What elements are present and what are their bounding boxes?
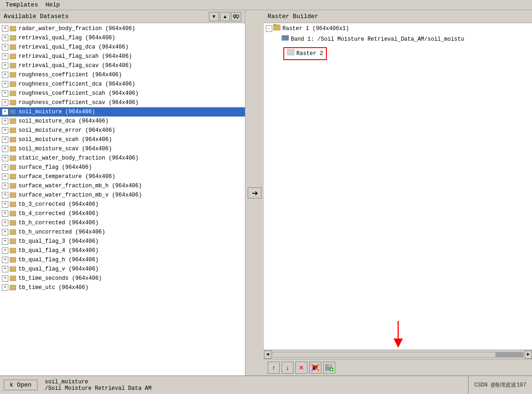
expand-icon[interactable]: + [2, 275, 8, 282]
expand-icon[interactable]: + [2, 284, 8, 291]
dataset-item[interactable]: + tb_h_corrected (964x406) [0, 218, 245, 228]
delete-button[interactable]: ✕ [295, 362, 307, 374]
dataset-label: soil_moisture_scah (964x406) [19, 135, 112, 144]
dataset-item[interactable]: + tb_time_utc (964x406) [0, 283, 245, 292]
dataset-item[interactable]: + roughness_coefficient_dca (964x406) [0, 80, 245, 89]
svg-rect-110 [10, 220, 16, 225]
expand-icon[interactable]: + [2, 72, 8, 78]
expand-icon[interactable]: + [2, 109, 8, 115]
expand-icon[interactable]: + [2, 210, 8, 217]
dataset-label: roughness_coefficient_scav (964x406) [19, 98, 138, 107]
expand-icon[interactable]: + [2, 35, 8, 41]
expand-icon[interactable]: + [2, 127, 8, 134]
dataset-item[interactable]: + roughness_coefficient_scav (964x406) [0, 98, 245, 107]
menu-help[interactable]: Help [42, 0, 63, 9]
expand-icon[interactable]: + [2, 25, 8, 32]
expand-icon[interactable]: + [2, 173, 8, 180]
dataset-item[interactable]: + roughness_coefficient (964x406) [0, 70, 245, 80]
expand-icon[interactable]: + [2, 220, 8, 226]
move-down-button[interactable]: ↓ [282, 362, 294, 374]
red-arrow-annotation [389, 321, 407, 349]
expand-icon[interactable]: + [2, 81, 8, 87]
expand-icon[interactable]: + [2, 229, 8, 235]
svg-rect-135 [10, 266, 16, 271]
expand-icon[interactable]: + [2, 164, 8, 171]
expand-icon[interactable]: + [2, 118, 8, 124]
sort-up-button[interactable]: ▲ [220, 12, 230, 21]
expand-icon[interactable]: + [2, 247, 8, 254]
dataset-item[interactable]: + tb_h_uncorrected (964x406) [0, 228, 245, 237]
expand-icon[interactable]: + [2, 238, 8, 245]
band1-item[interactable]: Band 1: /Soil Moisture Retrieval_Data_AM… [273, 34, 532, 44]
dataset-list[interactable]: + radar_water_body_fraction (964x406)+ r… [0, 23, 245, 376]
dataset-item[interactable]: + soil_moisture_scah (964x406) [0, 135, 245, 144]
dataset-item[interactable]: + soil_moisture_scav (964x406) [0, 144, 245, 154]
dataset-item[interactable]: + roughness_coefficient_scah (964x406) [0, 89, 245, 98]
svg-rect-70 [10, 146, 16, 151]
dataset-item[interactable]: + surface_water_fraction_mb_h (964x406) [0, 181, 245, 191]
dataset-raster-icon [9, 118, 17, 124]
expand-icon[interactable]: + [2, 183, 8, 189]
expand-icon[interactable]: + [2, 257, 8, 263]
expand-icon[interactable]: + [2, 99, 8, 106]
raster-tree-scroll[interactable]: - Raster 1 (964x406x1) [264, 23, 532, 350]
dataset-item[interactable]: + tb_qual_flag_v (964x406) [0, 265, 245, 274]
search-button[interactable] [231, 12, 241, 21]
dataset-raster-icon [9, 247, 17, 254]
dataset-item[interactable]: + radar_water_body_fraction (964x406) [0, 24, 245, 33]
expand-icon[interactable]: + [2, 146, 8, 152]
menu-templates[interactable]: Templates [2, 0, 42, 9]
dataset-label: retrieval_qual_flag (964x406) [19, 34, 115, 42]
add-raster-icon [325, 364, 333, 371]
dataset-item[interactable]: + tb_time_seconds (964x406) [0, 274, 245, 283]
expand-icon[interactable]: + [2, 201, 8, 208]
dataset-item[interactable]: + surface_temperature (964x406) [0, 172, 245, 181]
expand-icon[interactable]: + [2, 62, 8, 69]
expand-icon[interactable]: + [2, 192, 8, 198]
dataset-item[interactable]: + surface_flag (964x406) [0, 163, 245, 172]
expand-icon[interactable]: + [2, 90, 8, 97]
svg-rect-125 [10, 248, 16, 253]
h-scroll-area[interactable]: ◄ ► [264, 350, 532, 359]
dataset-item[interactable]: + soil_moisture_error (964x406) [0, 126, 245, 135]
dataset-item[interactable]: + retrieval_qual_flag_scav (964x406) [0, 61, 245, 70]
dataset-item[interactable]: + static_water_body_fraction (964x406) [0, 154, 245, 163]
dataset-label: tb_3_corrected (964x406) [19, 200, 99, 209]
dataset-raster-icon [9, 99, 17, 106]
dataset-item[interactable]: + tb_qual_flag_3 (964x406) [0, 237, 245, 246]
raster1-item[interactable]: - Raster 1 (964x406x1) [264, 23, 532, 34]
dataset-item[interactable]: + tb_qual_flag_h (964x406) [0, 255, 245, 265]
dataset-item[interactable]: + soil_moisture (964x406) [0, 107, 245, 117]
dataset-raster-icon [9, 53, 17, 60]
raster2-icon [287, 49, 294, 58]
h-scroll-track[interactable] [272, 352, 524, 357]
add-button[interactable] [323, 362, 335, 374]
expand-icon[interactable]: + [2, 155, 8, 161]
dataset-item[interactable]: + tb_qual_flag_4 (964x406) [0, 246, 245, 255]
expand-icon[interactable]: + [2, 53, 8, 60]
h-scroll-right-btn[interactable]: ► [525, 351, 532, 359]
svg-rect-15 [10, 44, 16, 49]
expand-icon[interactable]: + [2, 44, 8, 50]
dataset-item[interactable]: + retrieval_qual_flag_dca (964x406) [0, 43, 245, 52]
move-up-button[interactable]: ↑ [268, 362, 280, 374]
expand-icon[interactable]: + [2, 266, 8, 272]
stop-button[interactable] [309, 362, 321, 374]
dataset-item[interactable]: + retrieval_qual_flag_scah (964x406) [0, 52, 245, 61]
dataset-item[interactable]: + surface_water_fraction_mb_v (964x406) [0, 191, 245, 200]
right-panel-title: Raster Builder [268, 13, 318, 20]
transfer-button[interactable]: ➔ [248, 187, 262, 198]
dataset-item[interactable]: + soil_moisture_dca (964x406) [0, 117, 245, 126]
dataset-raster-icon [9, 275, 17, 282]
raster2-item[interactable]: Raster 2 [273, 46, 532, 61]
h-scroll-thumb[interactable] [495, 352, 523, 357]
h-scroll-left-btn[interactable]: ◄ [264, 351, 271, 359]
sort-down-button[interactable]: ▼ [209, 12, 219, 21]
open-button[interactable]: k Open [4, 380, 38, 390]
dataset-item[interactable]: + tb_4_corrected (964x406) [0, 209, 245, 218]
expand-icon-raster1[interactable]: - [266, 25, 272, 32]
dataset-item[interactable]: + tb_3_corrected (964x406) [0, 200, 245, 209]
dataset-item[interactable]: + retrieval_qual_flag (964x406) [0, 33, 245, 43]
dataset-raster-icon [9, 44, 17, 50]
expand-icon[interactable]: + [2, 136, 8, 143]
